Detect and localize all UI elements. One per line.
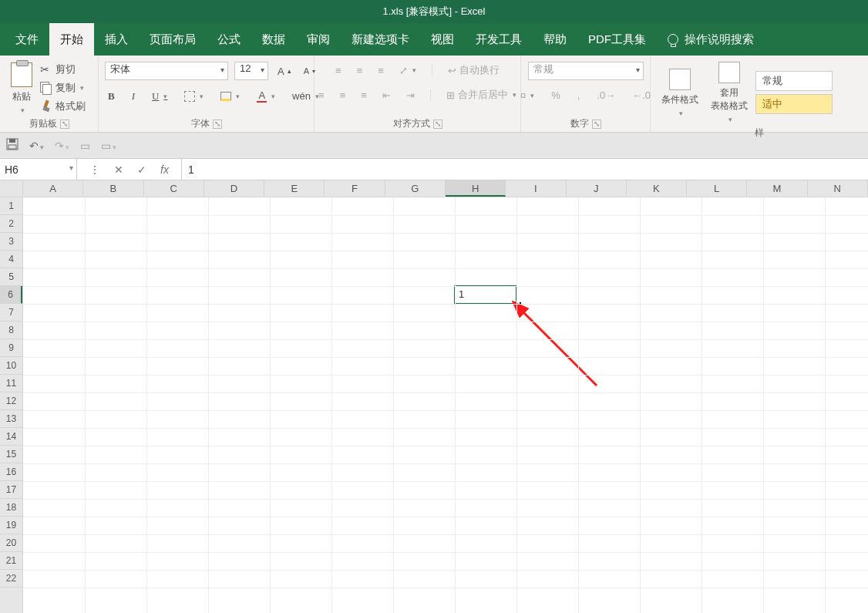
borders-button[interactable] (181, 89, 207, 103)
column-header-H[interactable]: H (446, 180, 506, 197)
row-header-18[interactable]: 18 (0, 499, 22, 517)
tab-insert[interactable]: 插入 (94, 23, 139, 56)
row-header-8[interactable]: 8 (0, 322, 22, 339)
redo-button[interactable]: ↷ (55, 140, 69, 152)
tab-help[interactable]: 帮助 (533, 23, 577, 56)
orientation-button[interactable]: ⤢ (396, 63, 419, 78)
format-as-table-button[interactable]: 套用 表格格式 (706, 59, 752, 126)
align-bottom-button[interactable]: ≡ (375, 63, 387, 78)
cut-button[interactable]: 剪切 (37, 61, 89, 78)
qat-button-2[interactable]: ▭ (101, 140, 116, 152)
selected-cell[interactable]: 1 (454, 285, 517, 305)
row-header-2[interactable]: 2 (0, 215, 22, 233)
row-header-11[interactable]: 11 (0, 375, 22, 392)
column-header-B[interactable]: B (83, 180, 143, 197)
font-size-select[interactable]: 12 (234, 62, 268, 80)
column-header-K[interactable]: K (627, 180, 687, 197)
merge-center-button[interactable]: ⊞ 合并后居中 (443, 86, 520, 103)
tab-pdf-tools[interactable]: PDF工具集 (577, 23, 657, 56)
copy-button[interactable]: 复制 (37, 79, 89, 96)
row-header-22[interactable]: 22 (0, 570, 22, 588)
accept-formula-button[interactable]: ✓ (137, 163, 146, 176)
fx-button[interactable]: fx (160, 163, 169, 176)
column-header-L[interactable]: L (687, 180, 747, 197)
row-header-1[interactable]: 1 (0, 197, 22, 215)
row-header-13[interactable]: 13 (0, 410, 22, 428)
row-header-19[interactable]: 19 (0, 517, 22, 534)
tab-page-layout[interactable]: 页面布局 (139, 23, 207, 56)
cells-area[interactable]: 1 (23, 197, 868, 613)
wrap-text-button[interactable]: ↩ 自动换行 (445, 62, 503, 79)
formula-input[interactable]: 1 (182, 159, 868, 180)
column-header-I[interactable]: I (506, 180, 566, 197)
row-header-14[interactable]: 14 (0, 428, 22, 446)
cell-style-neutral[interactable]: 适中 (755, 94, 833, 114)
indent-decrease-button[interactable]: ⇤ (379, 88, 394, 103)
tab-data[interactable]: 数据 (251, 23, 296, 56)
italic-button[interactable]: I (129, 89, 138, 104)
percent-button[interactable]: % (548, 88, 564, 103)
number-format-select[interactable]: 常规 (528, 62, 644, 80)
fill-color-button[interactable] (217, 90, 243, 103)
cell-style-normal[interactable]: 常规 (755, 71, 833, 91)
column-header-F[interactable]: F (325, 180, 385, 197)
row-header-3[interactable]: 3 (0, 233, 22, 251)
font-color-button[interactable]: A (254, 88, 278, 104)
align-right-button[interactable]: ≡ (358, 88, 370, 103)
row-header-21[interactable]: 21 (0, 552, 22, 570)
row-header-17[interactable]: 17 (0, 481, 22, 499)
row-header-9[interactable]: 9 (0, 339, 22, 357)
tab-developer[interactable]: 开发工具 (465, 23, 533, 56)
tab-review[interactable]: 审阅 (296, 23, 341, 56)
undo-button[interactable]: ↶ (29, 140, 44, 152)
underline-button[interactable]: U (149, 89, 170, 104)
column-header-N[interactable]: N (808, 180, 868, 197)
increase-font-button[interactable]: A▴ (274, 64, 294, 79)
format-painter-button[interactable]: 格式刷 (37, 98, 89, 115)
align-left-button[interactable]: ≡ (315, 88, 328, 103)
clipboard-launcher-icon[interactable]: ⤡ (60, 120, 69, 129)
indent-increase-button[interactable]: ⇥ (403, 88, 418, 103)
tab-view[interactable]: 视图 (420, 23, 465, 56)
column-header-D[interactable]: D (204, 180, 264, 197)
row-header-6[interactable]: 6 (0, 286, 22, 304)
font-name-select[interactable]: 宋体 (105, 62, 228, 80)
column-header-C[interactable]: C (144, 180, 204, 197)
tab-file[interactable]: 文件 (5, 23, 49, 56)
column-header-G[interactable]: G (385, 180, 446, 197)
bold-button[interactable]: B (105, 89, 118, 104)
accounting-format-button[interactable]: ¤ (517, 88, 537, 103)
row-header-10[interactable]: 10 (0, 357, 22, 375)
row-header-5[interactable]: 5 (0, 268, 22, 286)
conditional-format-button[interactable]: 条件格式 (657, 66, 703, 120)
column-header-A[interactable]: A (23, 180, 83, 197)
align-top-button[interactable]: ≡ (332, 63, 345, 78)
save-button[interactable] (6, 138, 19, 153)
row-header-20[interactable]: 20 (0, 534, 22, 552)
column-header-E[interactable]: E (264, 180, 325, 197)
tab-new[interactable]: 新建选项卡 (341, 23, 420, 56)
row-header-15[interactable]: 15 (0, 446, 22, 463)
increase-decimal-button[interactable]: .0→ (594, 88, 618, 103)
paste-button[interactable]: 粘贴 (6, 59, 37, 117)
row-header-12[interactable]: 12 (0, 392, 22, 410)
comma-style-button[interactable]: , (574, 88, 584, 103)
tab-formulas[interactable]: 公式 (207, 23, 251, 56)
select-all-corner[interactable] (0, 180, 23, 197)
column-header-M[interactable]: M (747, 180, 807, 197)
number-launcher-icon[interactable]: ⤡ (592, 120, 601, 129)
cancel-formula-button[interactable]: ✕ (114, 163, 123, 176)
align-middle-button[interactable]: ≡ (354, 63, 366, 78)
align-center-button[interactable]: ≡ (337, 88, 349, 103)
tab-home[interactable]: 开始 (49, 23, 94, 56)
alignment-launcher-icon[interactable]: ⤡ (433, 120, 442, 129)
tell-me-search[interactable]: 操作说明搜索 (657, 23, 765, 56)
qat-button-1[interactable]: ▭ (80, 140, 90, 152)
column-header-J[interactable]: J (567, 180, 627, 197)
spreadsheet-grid[interactable]: ABCDEFGHIJKLMN 1234567891011121314151617… (0, 180, 868, 613)
row-header-4[interactable]: 4 (0, 251, 22, 268)
font-launcher-icon[interactable]: ⤡ (213, 120, 222, 129)
name-box[interactable]: H6 (0, 159, 77, 180)
formula-dots-icon[interactable]: ⋮ (89, 163, 100, 176)
row-header-7[interactable]: 7 (0, 304, 22, 322)
